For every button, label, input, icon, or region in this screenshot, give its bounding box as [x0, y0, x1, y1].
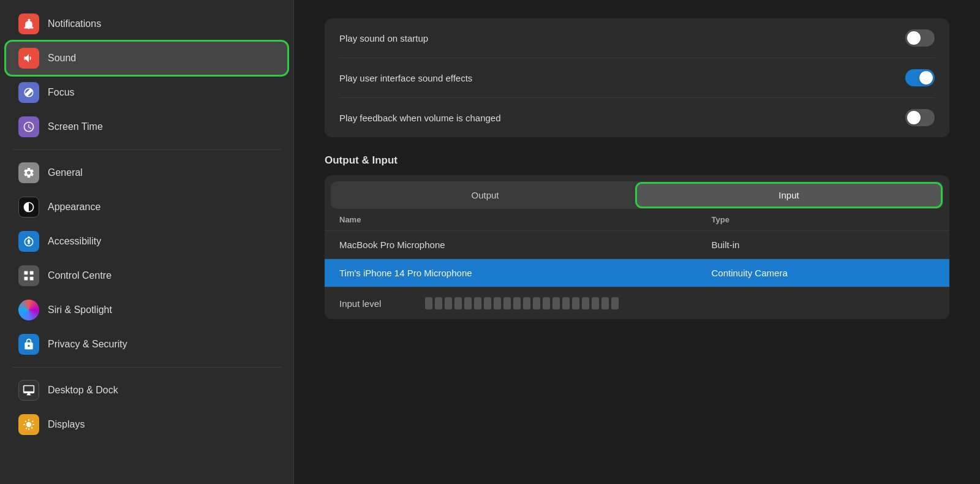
sidebar-item-screentime[interactable]: Screen Time [6, 110, 287, 143]
device-row-iphone[interactable]: Tim's iPhone 14 Pro Microphone Continuit… [325, 259, 949, 287]
sound-icon [18, 48, 39, 69]
sidebar-divider-1 [12, 149, 281, 150]
level-bar-9 [503, 297, 511, 309]
table-header: Name Type [325, 209, 949, 231]
sound-settings-group: Play sound on startup Play user interfac… [325, 18, 949, 137]
accessibility-icon [18, 231, 39, 252]
setting-label: Play user interface sound effects [339, 73, 472, 83]
svg-rect-2 [30, 271, 34, 275]
level-bar-11 [523, 297, 530, 309]
sidebar-item-label: Accessibility [48, 236, 101, 247]
device-row-macbook[interactable]: MacBook Pro Microphone Built-in [325, 231, 949, 259]
level-bar-3 [445, 297, 452, 309]
svg-rect-4 [30, 277, 34, 281]
screentime-icon [18, 116, 39, 137]
sidebar-item-label: Screen Time [48, 121, 103, 132]
input-level-label: Input level [339, 298, 425, 309]
output-input-section: Output & Input Output Input Name Type [325, 154, 949, 319]
sidebar-item-privacy[interactable]: Privacy & Security [6, 328, 287, 361]
sidebar-divider-2 [12, 367, 281, 368]
output-input-title: Output & Input [325, 154, 949, 167]
sidebar-item-label: Sound [48, 53, 76, 64]
toggle-play-ui-sounds[interactable] [905, 69, 935, 86]
sidebar-item-label: Siri & Spotlight [48, 304, 112, 316]
setting-label: Play feedback when volume is changed [339, 113, 501, 123]
desktop-icon [18, 380, 39, 401]
notifications-icon [18, 13, 39, 34]
sidebar-item-siri[interactable]: Siri & Spotlight [6, 293, 287, 327]
svg-rect-1 [24, 271, 28, 275]
input-level-row: Input level [325, 287, 949, 319]
level-bar-10 [513, 297, 521, 309]
tab-bar: Output Input [331, 181, 943, 209]
sidebar-item-sound[interactable]: Sound [6, 42, 287, 75]
setting-play-ui-sounds: Play user interface sound effects [339, 58, 935, 98]
displays-icon [18, 414, 39, 435]
sidebar-item-label: Focus [48, 87, 75, 98]
level-bar-4 [454, 297, 462, 309]
sidebar-item-controlcentre[interactable]: Control Centre [6, 259, 287, 292]
focus-icon [18, 82, 39, 103]
level-bar-6 [474, 297, 481, 309]
setting-play-feedback-volume: Play feedback when volume is changed [339, 98, 935, 137]
level-bar-1 [425, 297, 432, 309]
col-header-type: Type [712, 215, 935, 224]
tab-input[interactable]: Input [637, 184, 941, 206]
sidebar-item-label: Control Centre [48, 270, 111, 281]
sidebar-item-label: Privacy & Security [48, 339, 127, 350]
level-bar-8 [494, 297, 501, 309]
device-name: MacBook Pro Microphone [339, 240, 712, 250]
output-input-container: Output Input Name Type MacBook Pro Micro… [325, 175, 949, 319]
level-bar-19 [601, 297, 609, 309]
main-content: Play sound on startup Play user interfac… [294, 0, 980, 484]
tab-output[interactable]: Output [333, 184, 637, 206]
devices-table: Name Type MacBook Pro Microphone Built-i… [325, 209, 949, 287]
level-bar-20 [611, 297, 619, 309]
sidebar-item-label: Appearance [48, 202, 100, 213]
sidebar-item-label: General [48, 167, 83, 178]
svg-rect-3 [24, 277, 28, 281]
level-bar-14 [552, 297, 560, 309]
level-bar-7 [484, 297, 491, 309]
controlcentre-icon [18, 265, 39, 286]
sidebar-item-notifications[interactable]: Notifications [6, 7, 287, 40]
sidebar-item-focus[interactable]: Focus [6, 76, 287, 109]
device-type: Built-in [712, 240, 935, 250]
level-bar-18 [592, 297, 599, 309]
col-header-name: Name [339, 215, 712, 224]
toggle-play-sound-startup[interactable] [905, 29, 935, 47]
sidebar-item-accessibility[interactable]: Accessibility [6, 225, 287, 258]
setting-label: Play sound on startup [339, 33, 428, 43]
level-bar-13 [543, 297, 550, 309]
device-type: Continuity Camera [712, 268, 935, 278]
level-bar-12 [533, 297, 540, 309]
input-level-bars [425, 297, 619, 309]
sidebar-item-general[interactable]: General [6, 156, 287, 189]
sidebar-item-displays[interactable]: Displays [6, 408, 287, 441]
sidebar-item-label: Notifications [48, 18, 101, 29]
sidebar-item-label: Desktop & Dock [48, 385, 118, 396]
tab-bar-container: Output Input [325, 175, 949, 209]
device-name: Tim's iPhone 14 Pro Microphone [339, 268, 712, 278]
sidebar-item-desktop[interactable]: Desktop & Dock [6, 374, 287, 407]
appearance-icon [18, 197, 39, 217]
general-icon [18, 162, 39, 183]
sidebar-item-label: Displays [48, 419, 85, 430]
level-bar-17 [582, 297, 589, 309]
toggle-play-feedback-volume[interactable] [905, 109, 935, 126]
level-bar-5 [464, 297, 472, 309]
level-bar-16 [572, 297, 579, 309]
privacy-icon [18, 334, 39, 355]
siri-icon [18, 300, 39, 320]
sidebar-item-appearance[interactable]: Appearance [6, 191, 287, 224]
sidebar: Notifications Sound Focus Screen Time Ge… [0, 0, 294, 484]
level-bar-15 [562, 297, 570, 309]
level-bar-2 [435, 297, 442, 309]
setting-play-sound-startup: Play sound on startup [339, 18, 935, 58]
